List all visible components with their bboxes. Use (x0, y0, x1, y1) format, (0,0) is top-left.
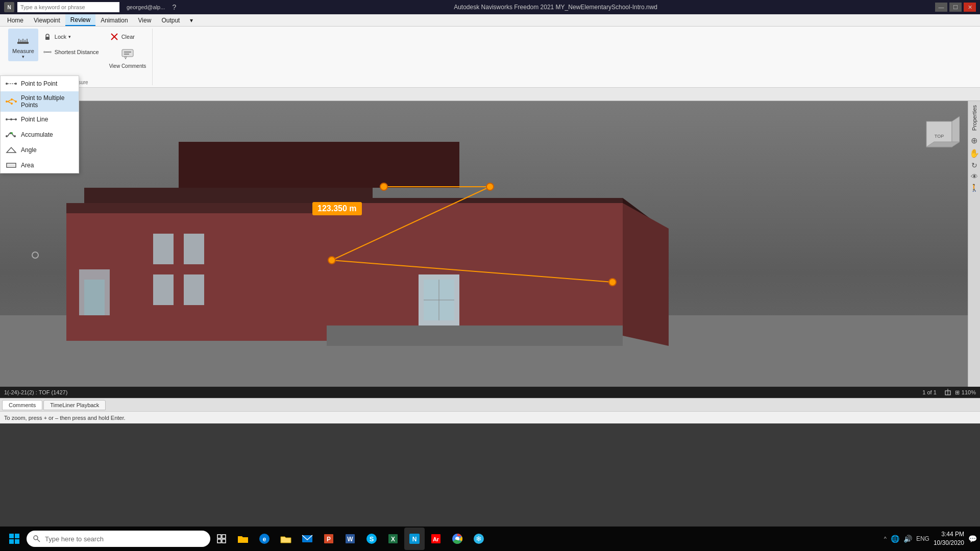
ribbon: Measure ▾ Lock ▾ Shortest Distan (0, 27, 980, 88)
menu-home[interactable]: Home (2, 14, 29, 26)
walk-icon[interactable]: 🚶 (970, 184, 978, 192)
dropdown-point-line[interactable]: Point Line (1, 112, 79, 127)
acrobat-icon[interactable]: Ar (426, 528, 446, 550)
taskbar-search-icon (33, 535, 41, 543)
menu-bar: Home Viewpoint Review Animation View Out… (0, 14, 980, 27)
shortest-distance-button[interactable]: Shortest Distance (40, 46, 101, 58)
network-icon[interactable]: 🌐 (891, 535, 899, 543)
taskbar-search[interactable]: Type here to search (27, 531, 210, 547)
pan-icon[interactable]: ✋ (969, 148, 979, 158)
accumulate-icon (6, 130, 17, 139)
help-icon[interactable]: ? (172, 3, 176, 11)
dropdown-point-to-point[interactable]: Point to Point (1, 76, 79, 91)
start-button[interactable] (3, 528, 26, 550)
clear-icon (109, 32, 119, 42)
dropdown-angle[interactable]: Angle (1, 142, 79, 158)
zoom-extents-icon[interactable]: ⊕ (971, 136, 977, 145)
time-display: 3:44 PM (934, 530, 964, 539)
svg-rect-48 (84, 280, 105, 315)
dropdown-point-to-multiple[interactable]: Point to Multiple Points (1, 91, 79, 112)
svg-point-29 (15, 118, 17, 120)
svg-text:❄: ❄ (476, 535, 482, 543)
menu-view[interactable]: View (133, 14, 157, 26)
menu-viewpoint[interactable]: Viewpoint (29, 14, 65, 26)
svg-point-25 (15, 101, 17, 103)
menu-more[interactable]: ▾ (185, 14, 198, 26)
svg-point-62 (380, 183, 387, 190)
edge-browser-icon[interactable]: e (254, 528, 275, 550)
svg-text:W: W (347, 536, 353, 543)
shortest-distance-icon (42, 47, 53, 57)
tab-comments[interactable]: Comments (2, 400, 42, 410)
menu-review[interactable]: Review (65, 14, 95, 26)
measure-icon (15, 31, 31, 47)
nav-cube[interactable]: TOP (919, 116, 960, 157)
svg-point-76 (34, 536, 38, 540)
viewport-right-toolbar: Properties ⊕ ✋ ↻ 👁 🚶 (968, 101, 980, 387)
menu-animation[interactable]: Animation (95, 14, 133, 26)
minimize-button[interactable]: — (935, 3, 947, 12)
chrome-icon[interactable] (447, 528, 468, 550)
svg-text:P: P (327, 536, 331, 543)
angle-icon (6, 145, 17, 155)
bottom-tabs: Comments TimeLiner Playback (0, 398, 980, 411)
svg-line-20 (8, 100, 11, 102)
measure-dropdown: Point to Point Point to Multiple Points … (0, 76, 79, 173)
lock-label: Lock (55, 34, 66, 40)
measure-dropdown-arrow[interactable]: ▾ (22, 54, 24, 59)
sound-icon[interactable]: 🔊 (903, 535, 912, 543)
task-view-button[interactable] (211, 528, 232, 550)
file-explorer-icon[interactable] (233, 528, 253, 550)
svg-rect-0 (17, 42, 29, 44)
powerpoint-icon[interactable]: P (318, 528, 339, 550)
svg-text:N: N (412, 536, 417, 543)
clear-button[interactable]: Clear (107, 31, 149, 43)
orbit-icon[interactable]: ↻ (971, 161, 977, 169)
notification-icon[interactable]: 💬 (968, 535, 977, 543)
menu-output[interactable]: Output (156, 14, 185, 26)
navisworks-icon[interactable]: N (404, 528, 425, 550)
lock-button[interactable]: Lock ▾ (40, 31, 101, 43)
svg-marker-53 (623, 203, 669, 346)
svg-line-77 (37, 539, 40, 542)
dropdown-accumulate[interactable]: Accumulate (1, 127, 79, 142)
dropdown-area[interactable]: Area (1, 158, 79, 173)
close-button[interactable]: ✕ (964, 3, 976, 12)
taskbar: Type here to search e P W S X N Ar (0, 527, 980, 551)
svg-rect-38 (8, 164, 15, 166)
view-comments-button[interactable]: View Comments (107, 46, 149, 70)
properties-icon[interactable]: Properties (971, 103, 977, 133)
svg-text:S: S (370, 535, 374, 543)
svg-rect-54 (327, 325, 623, 346)
snowflake-icon[interactable]: ❄ (469, 528, 489, 550)
viewport[interactable]: 123.350 m TOP Properties ⊕ ✋ ↻ 👁 🚶 (0, 101, 980, 387)
svg-point-19 (6, 101, 8, 103)
svg-rect-45 (153, 274, 174, 305)
skype-icon[interactable]: S (361, 528, 382, 550)
fit-icon[interactable]: ⊞ (955, 389, 960, 396)
svg-rect-75 (15, 539, 19, 544)
mail-icon[interactable] (297, 528, 317, 550)
svg-rect-81 (222, 539, 226, 543)
svg-marker-49 (179, 142, 459, 188)
tab-timeliner[interactable]: TimeLiner Playback (43, 400, 106, 410)
svg-rect-43 (153, 234, 174, 264)
taskbar-clock[interactable]: 3:44 PM 10/30/2020 (934, 530, 964, 547)
svg-point-22 (11, 98, 13, 101)
svg-point-23 (11, 103, 13, 105)
svg-point-30 (6, 135, 8, 137)
excel-icon[interactable]: X (383, 528, 403, 550)
viewport-status: 1(-24)-21(2) : TOF (1427) 1 of 1 ⊞ 110% (0, 387, 980, 398)
system-tray[interactable]: ^ (884, 536, 887, 542)
keyword-search[interactable] (17, 2, 119, 12)
zoom-display: 110% (962, 389, 976, 395)
svg-rect-46 (184, 274, 204, 305)
language-indicator[interactable]: ENG (916, 535, 929, 542)
maximize-button[interactable]: ☐ (949, 3, 962, 12)
measure-button[interactable]: Measure ▾ (8, 29, 38, 61)
point-to-multiple-icon (6, 97, 17, 106)
folder-icon[interactable] (276, 528, 296, 550)
look-icon[interactable]: 👁 (971, 172, 978, 181)
scene-svg (0, 101, 980, 387)
word-icon[interactable]: W (340, 528, 360, 550)
